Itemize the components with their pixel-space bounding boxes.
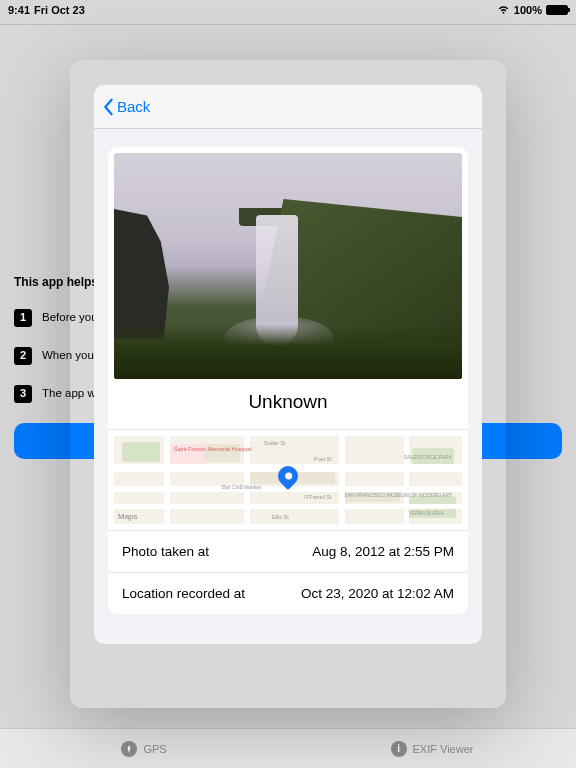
modal-overlay: Back Unknown <box>0 0 576 768</box>
info-label: Location recorded at <box>122 586 245 601</box>
photo-detail-modal: Back Unknown <box>94 85 482 644</box>
info-label: Photo taken at <box>122 544 209 559</box>
back-button[interactable]: Back <box>102 98 150 116</box>
info-value: Oct 23, 2020 at 12:02 AM <box>301 586 454 601</box>
photo-preview[interactable] <box>114 153 462 379</box>
info-value: Aug 8, 2012 at 2:55 PM <box>312 544 454 559</box>
info-row-location-recorded: Location recorded at Oct 23, 2020 at 12:… <box>108 572 468 614</box>
info-section: Photo taken at Aug 8, 2012 at 2:55 PM Lo… <box>108 530 468 614</box>
map-attribution: Maps <box>118 512 138 521</box>
chevron-left-icon <box>102 98 114 116</box>
photo-card: Unknown <box>108 147 468 614</box>
modal-header: Back <box>94 85 482 129</box>
info-row-photo-taken: Photo taken at Aug 8, 2012 at 2:55 PM <box>108 530 468 572</box>
map-preview[interactable]: Saint Francis Memorial Hospital Sutter S… <box>114 436 462 524</box>
back-label: Back <box>117 98 150 115</box>
photo-title: Unknown <box>108 379 468 429</box>
